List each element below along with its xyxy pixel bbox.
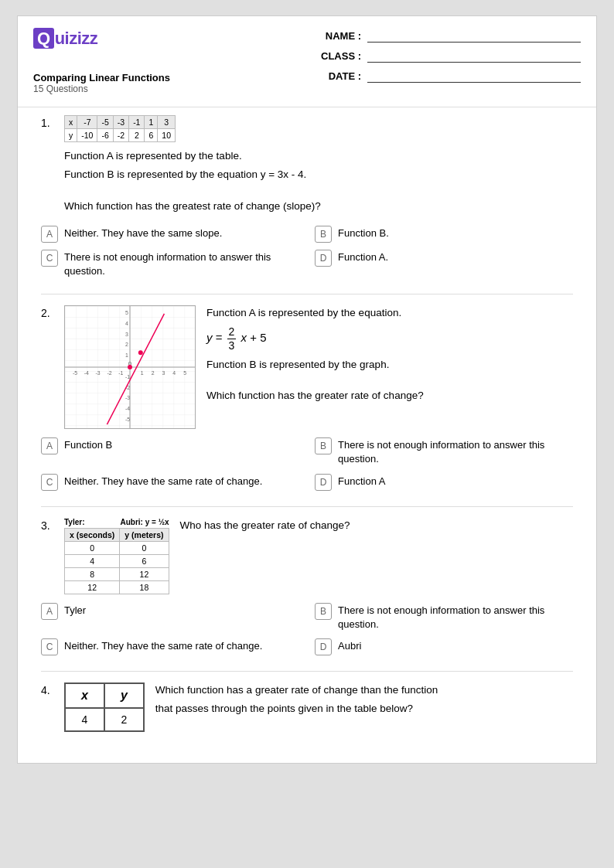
q2-option-c-text: Neither. They have the same rate of chan… <box>64 473 262 488</box>
q2-text2: Function B is represented by the graph. <box>206 357 573 373</box>
q3-r3c1: 8 <box>65 567 120 580</box>
svg-text:1: 1 <box>141 370 144 376</box>
q1-y5: 6 <box>145 129 158 142</box>
q2-option-d-letter: D <box>315 474 332 491</box>
q1-option-b-letter: B <box>315 226 332 243</box>
q3-option-c-letter: C <box>41 638 58 655</box>
q3-option-a[interactable]: A Tyler <box>41 602 299 631</box>
q3-content: Tyler: Aubri: y = ½x x (seconds) y (mete… <box>64 518 573 594</box>
q4-data-table: x y 4 2 <box>64 682 145 732</box>
q1-option-b[interactable]: B Function B. <box>315 225 573 243</box>
q1-option-d[interactable]: D Function A. <box>315 249 573 278</box>
quiz-subtitle: 15 Questions <box>33 83 299 94</box>
logo: Quizizz <box>33 29 299 49</box>
q1-option-a[interactable]: A Neither. They have the same slope. <box>41 225 299 243</box>
date-label: DATE : <box>315 70 361 82</box>
q2-option-d[interactable]: D Function A <box>315 473 573 491</box>
q2-graph-svg: 0 1 2 3 4 5 -1 -2 -3 -4 <box>65 306 195 428</box>
q1-options: A Neither. They have the same slope. B F… <box>41 225 573 278</box>
q2-option-b[interactable]: B There is not enough information to ans… <box>315 437 573 466</box>
q1-text2: Function B is represented by the equatio… <box>64 167 573 182</box>
q1-y3: -2 <box>113 129 128 142</box>
page: Quizizz Comparing Linear Functions 15 Qu… <box>17 15 597 764</box>
q3-number: 3. <box>41 519 64 532</box>
q1-y1: -10 <box>77 129 97 142</box>
q3-option-d[interactable]: D Aubri <box>315 638 573 655</box>
header-left: Quizizz Comparing Linear Functions 15 Qu… <box>33 29 299 94</box>
class-field-row: CLASS : <box>315 49 581 63</box>
content: 1. x -7 -5 -3 -1 1 3 <box>18 107 596 763</box>
svg-text:-4: -4 <box>84 370 89 376</box>
q3-r2c2: 6 <box>120 554 169 567</box>
svg-text:5: 5 <box>183 370 186 376</box>
class-label: CLASS : <box>315 50 361 62</box>
svg-point-25 <box>128 365 132 369</box>
q4-col-x: x <box>65 683 104 708</box>
q3-data-table: x (seconds) y (meters) 0 0 4 6 <box>64 528 169 594</box>
q4-r1c1: 4 <box>65 708 104 731</box>
q1-y2: -6 <box>97 129 113 142</box>
q1-option-c-letter: C <box>41 250 58 267</box>
date-line[interactable] <box>367 69 581 83</box>
q1-option-b-text: Function B. <box>338 225 389 240</box>
q3-header: 3. Tyler: Aubri: y = ½x x (seconds) y (m… <box>41 518 573 594</box>
svg-text:-1: -1 <box>125 374 130 380</box>
q1-header-x3: -3 <box>113 116 128 129</box>
svg-text:2: 2 <box>125 342 128 347</box>
svg-text:3: 3 <box>125 332 128 337</box>
svg-text:-2: -2 <box>107 370 111 376</box>
q3-r1c1: 0 <box>65 541 120 554</box>
q1-header: 1. x -7 -5 -3 -1 1 3 <box>41 115 573 217</box>
svg-text:-5: -5 <box>125 417 130 422</box>
q1-option-c-text: There is not enough information to answe… <box>64 249 299 278</box>
svg-text:3: 3 <box>162 370 165 376</box>
svg-text:5: 5 <box>125 310 128 315</box>
svg-text:-5: -5 <box>73 370 77 376</box>
q1-header-x6: 3 <box>158 116 176 129</box>
q1-text3: Which function has the greatest rate of … <box>64 199 573 214</box>
q4-table-container: x y 4 2 <box>64 682 145 732</box>
q3-tables: Tyler: Aubri: y = ½x x (seconds) y (mete… <box>64 518 169 594</box>
header-right: NAME : CLASS : DATE : <box>299 29 581 89</box>
svg-text:-4: -4 <box>125 406 130 411</box>
divider-2 <box>41 506 573 507</box>
q1-body: x -7 -5 -3 -1 1 3 y -10 -6 <box>64 115 573 217</box>
q2-option-a[interactable]: A Function B <box>41 437 299 466</box>
q3-option-a-text: Tyler <box>64 602 86 618</box>
svg-text:1: 1 <box>125 352 128 358</box>
q2-content: 0 1 2 3 4 5 -1 -2 -3 -4 <box>64 305 573 429</box>
q1-text1: Function A is represented by the table. <box>64 148 573 164</box>
q1-row-y: y <box>65 129 77 142</box>
q2-option-b-letter: B <box>315 437 332 454</box>
date-field-row: DATE : <box>315 69 581 83</box>
q2-option-a-text: Function B <box>64 437 112 452</box>
q3-option-c[interactable]: C Neither. They have the same rate of ch… <box>41 638 299 655</box>
q1-option-d-letter: D <box>315 250 332 267</box>
q2-option-a-letter: A <box>41 437 58 454</box>
q2-header: 2. <box>41 305 573 429</box>
class-line[interactable] <box>367 49 581 63</box>
name-line[interactable] <box>367 29 581 43</box>
q3-option-b-letter: B <box>315 603 332 620</box>
q1-option-c[interactable]: C There is not enough information to ans… <box>41 249 299 278</box>
q2-equation: y = 23 x + 5 <box>206 325 573 352</box>
q3-option-b[interactable]: B There is not enough information to ans… <box>315 602 573 631</box>
q4-r1c2: 2 <box>104 708 144 731</box>
q2-option-b-text: There is not enough information to answe… <box>338 437 573 466</box>
q1-table-image: x -7 -5 -3 -1 1 3 y -10 -6 <box>64 115 573 142</box>
q4-body: Which function has a greater rate of cha… <box>155 682 573 732</box>
svg-point-26 <box>138 350 143 355</box>
q1-header-x2: -5 <box>97 116 113 129</box>
q4-header: 4. x y 4 2 <box>41 682 573 732</box>
q2-option-c[interactable]: C Neither. They have the same rate of ch… <box>41 473 299 491</box>
q4-text1: Which function has a greater rate of cha… <box>155 682 573 698</box>
header: Quizizz Comparing Linear Functions 15 Qu… <box>18 16 596 107</box>
question-3: 3. Tyler: Aubri: y = ½x x (seconds) y (m… <box>41 518 573 655</box>
q3-option-d-text: Aubri <box>338 638 361 653</box>
q3-aubri-label: Aubri: y = ½x <box>120 518 169 526</box>
q3-option-c-text: Neither. They have the same rate of chan… <box>64 638 262 653</box>
question-4: 4. x y 4 2 <box>41 682 573 732</box>
q2-graph: 0 1 2 3 4 5 -1 -2 -3 -4 <box>64 305 196 429</box>
q1-data-table: x -7 -5 -3 -1 1 3 y -10 -6 <box>64 115 176 142</box>
svg-text:-1: -1 <box>118 370 123 376</box>
